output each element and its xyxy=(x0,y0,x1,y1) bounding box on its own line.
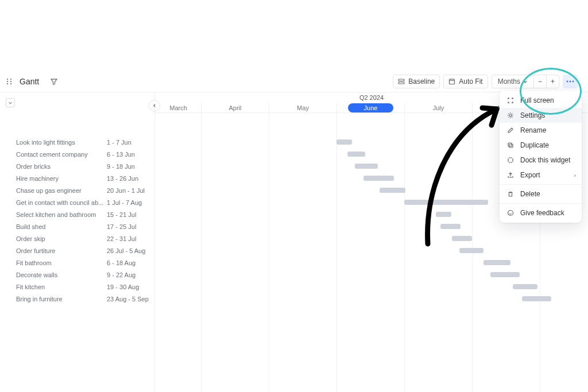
svg-rect-14 xyxy=(509,144,513,148)
task-row[interactable]: Fit kitchen19 - 30 Aug xyxy=(0,281,154,293)
svg-point-5 xyxy=(10,83,11,84)
zoom-scale-label: Months xyxy=(498,77,520,86)
task-name: Contact cement company xyxy=(16,151,107,158)
menu-duplicate[interactable]: Duplicate xyxy=(500,138,582,153)
svg-point-9 xyxy=(567,81,568,83)
baseline-button[interactable]: Baseline xyxy=(393,75,440,88)
task-dates: 15 - 21 Jul xyxy=(107,211,136,218)
month-cell[interactable]: March xyxy=(155,103,201,113)
task-name: Look into light fittings xyxy=(16,139,107,146)
trash-icon xyxy=(506,190,514,198)
task-name: Fit bathroom xyxy=(16,259,107,266)
task-name: Decorate walls xyxy=(16,271,107,278)
expand-tasks-icon[interactable] xyxy=(6,98,15,107)
gantt-bar[interactable] xyxy=(363,176,394,181)
fullscreen-icon xyxy=(506,96,514,104)
baseline-label: Baseline xyxy=(408,77,435,86)
menu-feedback[interactable]: Give feedback xyxy=(500,205,582,220)
zoom-out-button[interactable]: − xyxy=(533,75,546,88)
task-dates: 20 Jun - 1 Jul xyxy=(107,187,145,194)
filter-icon[interactable] xyxy=(48,76,60,87)
menu-settings-label: Settings xyxy=(520,111,545,119)
export-icon xyxy=(506,171,514,179)
task-dates: 13 - 26 Jun xyxy=(107,175,138,182)
smile-icon xyxy=(506,209,514,217)
grid-line xyxy=(269,113,269,392)
gantt-bar[interactable] xyxy=(522,296,551,301)
svg-point-10 xyxy=(570,81,571,83)
month-cell[interactable]: May xyxy=(269,103,336,113)
task-row[interactable]: Bring in furniture23 Aug - 5 Sep xyxy=(0,293,154,305)
gantt-bar[interactable] xyxy=(483,260,510,265)
task-row[interactable]: Order skip22 - 31 Jul xyxy=(0,232,154,244)
task-row[interactable]: Contact cement company6 - 13 Jun xyxy=(0,148,154,160)
more-options-button[interactable] xyxy=(563,75,578,88)
task-name: Order furtiture xyxy=(16,247,107,254)
task-row[interactable]: Decorate walls9 - 22 Aug xyxy=(0,269,154,281)
task-name: Select kitchen and bathroom xyxy=(16,211,107,218)
menu-fullscreen[interactable]: Full screen xyxy=(500,93,582,108)
zoom-scale-select[interactable]: Months xyxy=(492,75,533,88)
menu-separator xyxy=(500,203,582,204)
menu-delete[interactable]: Delete xyxy=(500,187,582,201)
task-dates: 26 Jul - 5 Aug xyxy=(107,247,145,254)
month-label: June xyxy=(348,103,394,112)
task-row[interactable]: Build shed17 - 25 Jul xyxy=(0,220,154,232)
gantt-bar[interactable] xyxy=(436,212,451,217)
task-dates: 19 - 30 Aug xyxy=(107,284,139,290)
task-row[interactable]: Order furtiture26 Jul - 5 Aug xyxy=(0,244,154,257)
menu-dock[interactable]: Dock this widget xyxy=(500,153,582,168)
gantt-bar[interactable] xyxy=(355,164,378,169)
grid-line xyxy=(201,113,202,392)
month-cell[interactable]: June xyxy=(336,103,404,113)
gantt-bar[interactable] xyxy=(490,272,520,277)
gantt-bar[interactable] xyxy=(336,139,352,145)
zoom-in-button[interactable]: + xyxy=(546,75,559,88)
task-dates: 6 - 18 Aug xyxy=(107,259,136,266)
duplicate-icon xyxy=(506,141,514,149)
menu-fullscreen-label: Full screen xyxy=(520,96,554,104)
widget-context-menu: Full screen Settings Rename Duplicate Do… xyxy=(500,91,582,223)
gantt-bar[interactable] xyxy=(459,248,483,253)
menu-settings[interactable]: Settings xyxy=(500,108,582,123)
gantt-bar[interactable] xyxy=(513,284,537,289)
month-cell[interactable]: April xyxy=(201,103,269,113)
task-row[interactable]: Hire machinery13 - 26 Jun xyxy=(0,172,154,184)
chevron-left-icon xyxy=(152,103,157,108)
svg-point-4 xyxy=(7,83,8,84)
gantt-toolbar: Gantt Baseline Auto Fit Months − + xyxy=(0,73,581,90)
gantt-bar[interactable] xyxy=(452,236,472,241)
grid-line xyxy=(404,113,405,392)
chevron-down-icon xyxy=(523,79,528,84)
menu-export[interactable]: Export › xyxy=(500,168,582,183)
drag-handle-icon[interactable] xyxy=(3,76,15,87)
task-row[interactable]: Look into light fittings1 - 7 Jun xyxy=(0,136,154,148)
task-row[interactable]: Select kitchen and bathroom15 - 21 Jul xyxy=(0,208,154,220)
dock-icon xyxy=(506,156,514,164)
svg-point-15 xyxy=(508,211,513,216)
task-dates: 9 - 18 Jun xyxy=(107,163,135,170)
svg-point-3 xyxy=(10,81,11,82)
gantt-bar[interactable] xyxy=(347,152,365,157)
menu-duplicate-label: Duplicate xyxy=(520,141,549,149)
task-dates: 1 - 7 Jun xyxy=(107,139,131,146)
task-row[interactable]: Get in contact with council ab...1 Jul -… xyxy=(0,196,154,208)
collapse-panel-button[interactable] xyxy=(149,100,160,111)
autofit-button[interactable]: Auto Fit xyxy=(443,75,488,88)
task-row[interactable]: Chase up gas engineer20 Jun - 1 Jul xyxy=(0,184,154,196)
task-row[interactable]: Order bricks9 - 18 Jun xyxy=(0,160,154,172)
menu-dock-label: Dock this widget xyxy=(520,156,570,164)
task-dates: 22 - 31 Jul xyxy=(107,235,136,242)
gantt-bar[interactable] xyxy=(404,200,488,205)
task-name: Build shed xyxy=(16,223,107,230)
task-dates: 23 Aug - 5 Sep xyxy=(107,296,149,302)
task-row[interactable]: Fit bathroom6 - 18 Aug xyxy=(0,257,154,269)
task-dates: 9 - 22 Aug xyxy=(107,271,136,278)
svg-point-11 xyxy=(572,81,574,83)
svg-rect-7 xyxy=(399,82,404,84)
menu-rename[interactable]: Rename xyxy=(500,123,582,138)
month-cell[interactable]: July xyxy=(404,103,472,113)
svg-rect-6 xyxy=(399,79,404,81)
gantt-bar[interactable] xyxy=(440,224,461,229)
gantt-bar[interactable] xyxy=(380,188,405,193)
